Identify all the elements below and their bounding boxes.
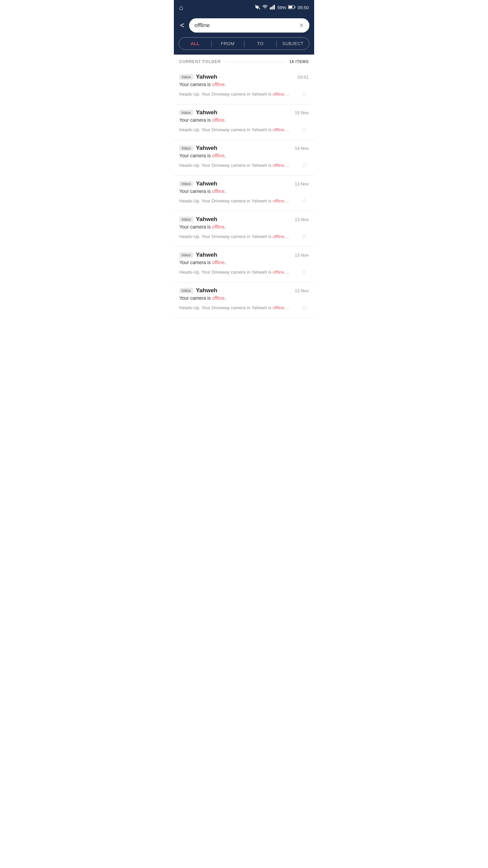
email-subject: Your camera is offline.	[179, 189, 309, 194]
email-item[interactable]: Inbox Yahweh 14 Nov Your camera is offli…	[174, 140, 314, 176]
inbox-badge: Inbox	[179, 74, 193, 80]
email-time: 13 Nov	[295, 288, 309, 293]
email-time: 13 Nov	[295, 217, 309, 222]
email-item[interactable]: Inbox Yahweh 13 Nov Your camera is offli…	[174, 176, 314, 211]
email-sender-group: Inbox Yahweh	[179, 216, 217, 223]
email-sender-group: Inbox Yahweh	[179, 252, 217, 258]
clear-icon: ✕	[299, 22, 304, 29]
email-time: 03:51	[298, 75, 309, 80]
email-sender-group: Inbox Yahweh	[179, 109, 217, 116]
email-subject: Your camera is offline.	[179, 224, 309, 230]
email-row-header: Inbox Yahweh 15 Nov	[179, 109, 309, 116]
star-button[interactable]: ☆	[300, 195, 309, 206]
star-button[interactable]: ☆	[300, 124, 309, 135]
email-preview-row: Heads-Up. Your Driveway camera in Yahweh…	[179, 302, 309, 313]
email-sender-group: Inbox Yahweh	[179, 145, 217, 152]
email-sender-group: Inbox Yahweh	[179, 180, 217, 187]
svg-rect-2	[271, 7, 272, 9]
folder-count: 16 ITEMS	[289, 59, 309, 64]
battery-icon	[288, 5, 296, 10]
tab-all[interactable]: ALL	[179, 38, 211, 50]
email-row-header: Inbox Yahweh 14 Nov	[179, 145, 309, 152]
filter-tabs: ALL FROM TO SUBJECT	[174, 37, 314, 55]
email-time: 13 Nov	[295, 181, 309, 186]
email-preview-row: Heads-Up. Your Driveway camera in Yahweh…	[179, 267, 309, 277]
search-input[interactable]	[195, 22, 296, 29]
email-time: 13 Nov	[295, 253, 309, 258]
email-preview: Heads-Up. Your Driveway camera in Yahweh…	[179, 305, 300, 310]
star-button[interactable]: ☆	[300, 160, 309, 171]
email-sender: Yahweh	[196, 216, 217, 223]
battery-percent: 59%	[277, 5, 286, 10]
search-box: ✕	[189, 18, 309, 33]
email-preview-row: Heads-Up. Your Driveway camera in Yahweh…	[179, 124, 309, 135]
inbox-badge: Inbox	[179, 145, 193, 151]
email-time: 15 Nov	[295, 110, 309, 115]
wifi-icon	[262, 5, 268, 11]
email-item[interactable]: Inbox Yahweh 15 Nov Your camera is offli…	[174, 104, 314, 140]
email-subject: Your camera is offline.	[179, 295, 309, 301]
status-bar: ⌂ 59%	[174, 0, 314, 15]
email-item[interactable]: Inbox Yahweh 13 Nov Your camera is offli…	[174, 247, 314, 282]
email-row-header: Inbox Yahweh 13 Nov	[179, 216, 309, 223]
star-button[interactable]: ☆	[300, 231, 309, 242]
email-sender-group: Inbox Yahweh	[179, 287, 217, 294]
email-preview-row: Heads-Up. Your Driveway camera in Yahweh…	[179, 195, 309, 206]
tab-subject[interactable]: SUBJECT	[277, 38, 309, 50]
inbox-badge: Inbox	[179, 110, 193, 115]
star-button[interactable]: ☆	[300, 88, 309, 99]
email-row-header: Inbox Yahweh 13 Nov	[179, 180, 309, 187]
email-row-header: Inbox Yahweh 13 Nov	[179, 287, 309, 294]
email-preview: Heads-Up. Your Driveway camera in Yahweh…	[179, 198, 300, 203]
star-button[interactable]: ☆	[300, 267, 309, 277]
email-item[interactable]: Inbox Yahweh 13 Nov Your camera is offli…	[174, 211, 314, 247]
email-row-header: Inbox Yahweh 13 Nov	[179, 252, 309, 258]
folder-header: CURRENT FOLDER 16 ITEMS	[174, 55, 314, 69]
inbox-badge: Inbox	[179, 217, 193, 222]
email-preview: Heads-Up. Your Driveway camera in Yahweh…	[179, 92, 300, 97]
tab-to[interactable]: TO	[244, 38, 277, 50]
status-bar-left: ⌂	[179, 4, 183, 12]
email-preview-row: Heads-Up. Your Driveway camera in Yahweh…	[179, 88, 309, 99]
email-subject: Your camera is offline.	[179, 117, 309, 123]
mute-icon	[255, 5, 260, 11]
email-row-header: Inbox Yahweh 03:51	[179, 74, 309, 80]
star-button[interactable]: ☆	[300, 302, 309, 313]
email-preview: Heads-Up. Your Driveway camera in Yahweh…	[179, 163, 300, 168]
email-sender-group: Inbox Yahweh	[179, 74, 217, 80]
status-bar-right: 59% 05:50	[255, 5, 309, 11]
email-preview-row: Heads-Up. Your Driveway camera in Yahweh…	[179, 160, 309, 171]
email-preview: Heads-Up. Your Driveway camera in Yahweh…	[179, 234, 300, 239]
clock: 05:50	[298, 5, 309, 10]
email-item[interactable]: Inbox Yahweh 13 Nov Your camera is offli…	[174, 282, 314, 318]
search-row: < ✕	[179, 18, 309, 33]
email-sender: Yahweh	[196, 180, 217, 187]
svg-rect-1	[270, 7, 271, 9]
email-item[interactable]: Inbox Yahweh 03:51 Your camera is offlin…	[174, 69, 314, 104]
email-subject: Your camera is offline.	[179, 153, 309, 158]
email-subject: Your camera is offline.	[179, 82, 309, 87]
folder-divider	[225, 62, 285, 62]
email-sender: Yahweh	[196, 287, 217, 294]
svg-rect-6	[289, 6, 292, 8]
main-content: CURRENT FOLDER 16 ITEMS Inbox Yahweh 03:…	[174, 55, 314, 318]
email-time: 14 Nov	[295, 146, 309, 151]
clear-search-button[interactable]: ✕	[299, 22, 304, 29]
inbox-badge: Inbox	[179, 181, 193, 186]
tab-from[interactable]: FROM	[211, 38, 244, 50]
back-button[interactable]: <	[179, 20, 186, 31]
email-sender: Yahweh	[196, 145, 217, 152]
email-sender: Yahweh	[196, 252, 217, 258]
folder-label: CURRENT FOLDER	[179, 59, 221, 64]
home-icon: ⌂	[179, 4, 183, 12]
back-icon: <	[180, 21, 184, 30]
email-preview: Heads-Up. Your Driveway camera in Yahweh…	[179, 270, 300, 275]
svg-rect-4	[274, 5, 275, 9]
inbox-badge: Inbox	[179, 288, 193, 293]
tabs-container: ALL FROM TO SUBJECT	[179, 37, 309, 50]
svg-rect-7	[295, 6, 296, 8]
email-preview: Heads-Up. Your Driveway camera in Yahweh…	[179, 127, 300, 132]
signal-icon	[270, 5, 275, 11]
email-subject: Your camera is offline.	[179, 260, 309, 265]
email-list: Inbox Yahweh 03:51 Your camera is offlin…	[174, 69, 314, 318]
